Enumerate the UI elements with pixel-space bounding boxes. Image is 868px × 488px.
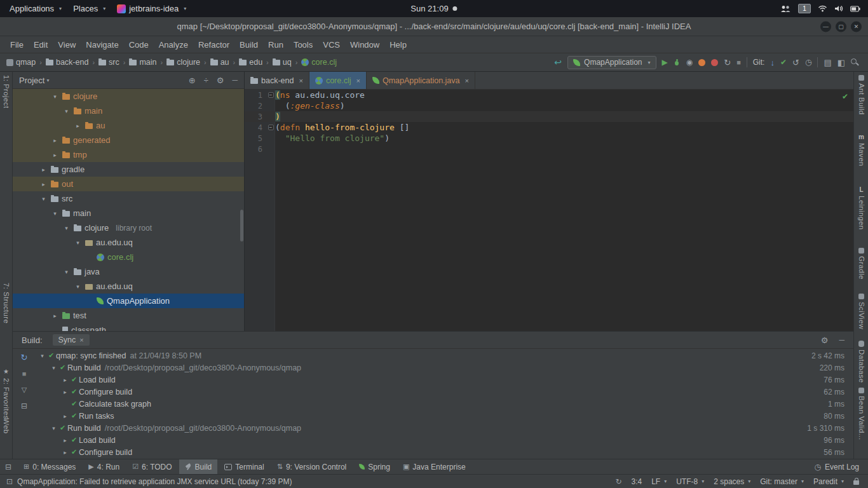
expand-arrow[interactable]: ▾ (62, 225, 71, 231)
expand-arrow[interactable]: ▾ (38, 353, 46, 359)
code-line[interactable]: 2 (:gen-class) (245, 100, 853, 111)
attach-profiler-icon[interactable] (711, 59, 718, 66)
fold-marker[interactable]: − (266, 125, 275, 130)
build-row-run-build[interactable]: ▾✔Run build/root/Desktop/proposal_git/de… (36, 422, 853, 434)
project-scrollbar[interactable] (240, 210, 243, 241)
git-branch[interactable]: Git: master▾ (760, 477, 804, 486)
tool-window-button-0-messages[interactable]: ⊞0: Messages (18, 459, 81, 475)
volume-icon[interactable] (834, 5, 843, 12)
menu-code[interactable]: Code (124, 38, 154, 51)
menu-view[interactable]: View (53, 38, 81, 51)
tree-row-main[interactable]: ▾main (13, 104, 244, 118)
tree-row-tmp[interactable]: ▸tmp (13, 147, 244, 162)
expand-arrow[interactable]: ▸ (61, 389, 69, 395)
line-number[interactable]: 3 (245, 112, 266, 121)
tool-window-button-6-todo[interactable]: ☑6: TODO (126, 459, 177, 475)
expand-arrow[interactable]: ▸ (51, 152, 59, 158)
jetbrains-idea-menu[interactable]: jetbrains-idea▾ (111, 0, 192, 17)
expand-arrow[interactable]: ▾ (51, 93, 59, 100)
rollback-icon[interactable]: ↺ (792, 58, 799, 67)
expand-arrow[interactable]: ▸ (61, 377, 69, 383)
tool-window-button-build[interactable]: Build (179, 459, 218, 475)
project-panel-title[interactable]: Project (19, 76, 44, 85)
tab-qmapapplication-java[interactable]: QmapApplication.java× (367, 72, 475, 89)
stripe-bean-valid[interactable]: Bean Valid... (855, 388, 867, 440)
breadcrumb-edu[interactable]: edu (239, 58, 262, 67)
tab-back-end[interactable]: back-end× (245, 72, 309, 89)
layout-icon[interactable]: ◧ (837, 58, 845, 67)
stop-icon[interactable]: ■ (736, 59, 741, 66)
expand-arrow[interactable]: ▸ (61, 437, 69, 444)
tree-row-classpath[interactable]: classpath (13, 323, 244, 331)
breadcrumb-uq[interactable]: uq (273, 58, 292, 67)
tree-row-au[interactable]: ▸au (13, 118, 244, 133)
stripe-ant-build[interactable]: Ant Build (855, 75, 867, 115)
tab-core-clj[interactable]: core.clj× (309, 72, 367, 89)
build-row-configure-build[interactable]: ▸✔Configure build56 ms (36, 446, 853, 458)
tree-row-generated[interactable]: ▸generated (13, 133, 244, 147)
breadcrumb-core-clj[interactable]: core.clj (301, 58, 337, 67)
tree-row-clojure[interactable]: ▾clojure (13, 89, 244, 104)
build-row-qmap-sync-finished[interactable]: ▾✔qmap: sync finishedat 21/04/19 8:50 PM… (36, 349, 853, 362)
menu-help[interactable]: Help (384, 38, 412, 51)
code-line[interactable]: 4−(defn hello-from-clojure [] (245, 122, 853, 133)
menu-navigate[interactable]: Navigate (81, 38, 123, 51)
places-menu[interactable]: Places▾ (67, 0, 111, 17)
line-number[interactable]: 1 (245, 91, 266, 100)
build-row-load-build[interactable]: ▸✔Load build96 ms (36, 434, 853, 446)
close-button[interactable]: ✕ (851, 21, 862, 32)
editor-content[interactable]: 1−(ns au.edu.uq.core2 (:gen-class)3)4−(d… (245, 90, 853, 331)
code-line[interactable]: 6 (245, 144, 853, 154)
expand-arrow[interactable]: ▾ (74, 283, 82, 290)
build-row-load-build[interactable]: ▸✔Load build76 ms (36, 374, 853, 386)
breadcrumb-au[interactable]: au (210, 58, 229, 67)
caret-position[interactable]: 3:4 (631, 477, 642, 486)
menu-file[interactable]: File (5, 38, 29, 51)
tree-row-out[interactable]: ▸out (13, 177, 244, 191)
tree-row-gradle[interactable]: ▸gradle (13, 162, 244, 177)
tab-sync[interactable]: Sync × (53, 334, 90, 346)
collapse-all-icon[interactable]: ÷ (204, 76, 208, 85)
inspection-ok-icon[interactable]: ✔ (842, 92, 848, 101)
stripe-leiningen[interactable]: LLeiningen (855, 186, 867, 229)
tool-window-button-terminal[interactable]: Terminal (219, 459, 269, 475)
debug-icon[interactable] (674, 58, 681, 66)
line-number[interactable]: 4 (245, 123, 266, 132)
wifi-icon[interactable] (818, 5, 827, 12)
fold-icon[interactable]: − (268, 125, 274, 130)
expand-arrow[interactable]: ▾ (51, 210, 59, 217)
close-tab-icon[interactable]: × (356, 77, 360, 85)
tool-window-button-9-version-control[interactable]: ⇅9: Version Control (271, 459, 353, 475)
coverage-icon[interactable]: ◉ (686, 58, 693, 66)
build-row-run-tasks[interactable]: ▸✔Run tasks80 ms (36, 410, 853, 422)
breadcrumb-clojure[interactable]: clojure (166, 58, 200, 67)
pin-icon[interactable]: ⊟ (21, 402, 27, 410)
search-icon[interactable] (851, 58, 859, 67)
tool-window-button-spring[interactable]: Spring (353, 459, 396, 475)
workspace-switcher[interactable]: 1 (798, 4, 811, 13)
rerun-icon[interactable]: ↻ (724, 58, 731, 67)
status-message-icon[interactable]: ⊡ (6, 478, 13, 485)
code-line[interactable]: 5 "Hello from clojure") (245, 133, 853, 144)
build-row-calculate-task-graph[interactable]: ✔Calculate task graph1 ms (36, 398, 853, 410)
tree-row-src[interactable]: ▾src (13, 191, 244, 206)
run-config-selector[interactable]: QmapApplication▾ (567, 56, 656, 69)
expand-arrow[interactable]: ▸ (51, 137, 59, 144)
build-row-run-build[interactable]: ▾✔Run build/root/Desktop/proposal_git/de… (36, 362, 853, 374)
stripe-maven[interactable]: mMaven (855, 133, 867, 166)
expand-arrow[interactable]: ▾ (50, 425, 58, 431)
lock-icon[interactable] (853, 480, 859, 485)
stripe-1-project[interactable]: 1: Project (3, 75, 10, 109)
tree-row-clojure[interactable]: ▾clojurelibrary root (13, 220, 244, 235)
code-line[interactable]: 1−(ns au.edu.uq.core (245, 90, 853, 100)
fold-icon[interactable]: − (268, 92, 274, 98)
maximize-button[interactable]: ▢ (836, 21, 846, 32)
back-icon[interactable]: ↩ (554, 58, 562, 67)
tree-row-au-edu-uq[interactable]: ▾au.edu.uq (13, 235, 244, 250)
expand-arrow[interactable]: ▸ (51, 313, 59, 319)
stripe-2-favorites[interactable]: 2: Favorites (3, 378, 10, 419)
tool-windows-icon[interactable]: ⊟ (5, 463, 11, 471)
tree-row-au-edu-uq[interactable]: ▾au.edu.uq (13, 279, 244, 294)
settings-icon[interactable]: ⚙ (217, 76, 224, 85)
encoding[interactable]: UTF-8▾ (676, 477, 704, 486)
